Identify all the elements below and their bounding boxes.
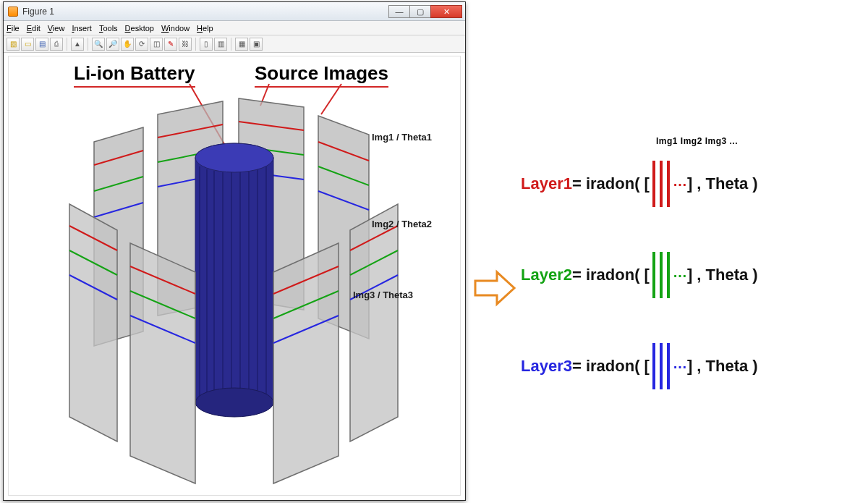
app-icon	[8, 7, 18, 17]
plottools-icon[interactable]: ▦	[235, 38, 248, 51]
svg-point-30	[195, 388, 273, 417]
new-figure-icon[interactable]: ▧	[7, 38, 20, 51]
open-icon[interactable]: ▭	[21, 38, 34, 51]
formula-prefix: = iradon( [	[572, 174, 650, 193]
formula-row-2: Layer2 = iradon( [ … ] , Theta )	[521, 252, 861, 298]
zoom-in-icon[interactable]: 🔍	[92, 38, 105, 51]
layer2-stripes	[652, 252, 670, 298]
toolbar: ▧ ▭ ▤ ⎙ ▲ 🔍 🔎 ✋ ⟳ ◫ ✎ ⛓ ▯ ▥ ▦ ▣	[4, 35, 465, 53]
colorbar-icon[interactable]: ▯	[200, 38, 213, 51]
minimize-button[interactable]: —	[388, 5, 410, 18]
formula-suffix: ] , Theta )	[687, 357, 758, 376]
axes-icon[interactable]: ▣	[250, 38, 263, 51]
layer3-name: Layer3	[521, 357, 572, 376]
layer3-stripes	[652, 343, 670, 389]
brush-icon[interactable]: ✎	[164, 38, 177, 51]
svg-marker-33	[130, 243, 195, 483]
toolbar-sep-4	[231, 38, 231, 51]
label-img1: Img1 / Theta1	[372, 132, 432, 143]
ellipsis: …	[673, 355, 687, 372]
svg-line-2	[321, 84, 341, 114]
menu-insert[interactable]: Insert	[72, 24, 92, 33]
formula-suffix: ] , Theta )	[687, 266, 758, 284]
zoom-out-icon[interactable]: 🔎	[106, 38, 119, 51]
figure-canvas: Li-ion Battery Source Images	[8, 56, 461, 496]
menu-desktop[interactable]: Desktop	[125, 24, 154, 33]
svg-marker-35	[350, 204, 398, 441]
battery-cylinder	[195, 143, 273, 417]
diagram-svg	[9, 56, 463, 498]
close-button[interactable]: ✕	[430, 5, 462, 18]
toolbar-sep-3	[195, 38, 196, 51]
legend-icon[interactable]: ▥	[214, 38, 227, 51]
layer1-stripes	[652, 161, 670, 207]
formula-header: Img1 Img2 Img3 ...	[656, 136, 738, 146]
menu-help[interactable]: Help	[197, 24, 213, 33]
title-bar[interactable]: Figure 1 — ▢ ✕	[4, 2, 465, 21]
menu-window[interactable]: Window	[161, 24, 190, 33]
svg-marker-48	[475, 272, 514, 304]
formula-row-1: Layer1 = iradon( [ … ] , Theta )	[521, 161, 861, 207]
layer2-name: Layer2	[521, 266, 572, 284]
menu-tools[interactable]: Tools	[99, 24, 118, 33]
window-title: Figure 1	[22, 7, 389, 17]
save-icon[interactable]: ▤	[35, 38, 48, 51]
menu-view[interactable]: View	[48, 24, 65, 33]
print-icon[interactable]: ⎙	[50, 38, 63, 51]
svg-point-31	[195, 143, 273, 172]
menu-file[interactable]: File	[7, 24, 20, 33]
label-img2: Img2 / Theta2	[372, 219, 432, 229]
pointer-icon[interactable]: ▲	[71, 38, 84, 51]
toolbar-sep-1	[67, 38, 67, 51]
datacursor-icon[interactable]: ◫	[150, 38, 163, 51]
toolbar-sep-2	[88, 38, 88, 51]
formula-prefix: = iradon( [	[572, 266, 650, 284]
svg-marker-34	[273, 243, 339, 483]
formula-suffix: ] , Theta )	[687, 174, 758, 193]
ellipsis: …	[673, 173, 687, 190]
menu-edit[interactable]: Edit	[27, 24, 41, 33]
formula-row-3: Layer3 = iradon( [ … ] , Theta )	[521, 343, 861, 389]
ellipsis: …	[673, 264, 687, 281]
formula-prefix: = iradon( [	[572, 357, 650, 376]
window-buttons: — ▢ ✕	[389, 5, 462, 18]
maximize-button[interactable]: ▢	[409, 5, 431, 18]
label-img3: Img3 / Theta3	[353, 289, 413, 300]
layer1-name: Layer1	[521, 174, 572, 193]
menu-bar: File Edit View Insert Tools Desktop Wind…	[4, 21, 465, 35]
link-icon[interactable]: ⛓	[179, 38, 192, 51]
svg-marker-32	[69, 204, 117, 441]
pan-icon[interactable]: ✋	[121, 38, 134, 51]
figure-window: Figure 1 — ▢ ✕ File Edit View Insert Too…	[3, 1, 466, 501]
arrow-right-icon	[474, 268, 519, 308]
rotate-icon[interactable]: ⟳	[135, 38, 148, 51]
